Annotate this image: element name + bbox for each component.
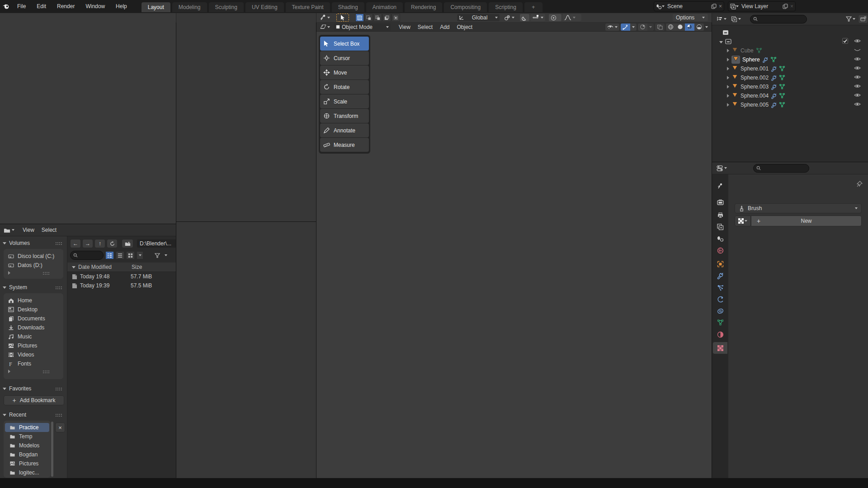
transform-orientation-dropdown[interactable]: Global <box>457 14 500 21</box>
back-button[interactable]: ← <box>70 239 81 248</box>
properties-tab-constraints[interactable] <box>713 305 727 317</box>
hide-toggle-eye-icon[interactable] <box>854 84 861 89</box>
expand-icon[interactable] <box>727 94 729 98</box>
pin-icon[interactable] <box>856 181 863 187</box>
scene-name[interactable]: Scene <box>667 3 711 9</box>
hide-toggle-eye-icon[interactable] <box>854 56 861 61</box>
image-editor-sculpt-large[interactable] <box>176 222 316 478</box>
menu-edit[interactable]: Edit <box>31 0 52 13</box>
proportional-editing-toggle[interactable] <box>549 14 561 21</box>
expand-icon[interactable] <box>727 76 729 80</box>
filter-settings-dropdown[interactable] <box>163 252 169 259</box>
add-workspace-button[interactable]: + <box>524 2 542 12</box>
brush-selector-dropdown[interactable]: Brush <box>735 203 862 213</box>
outliner-object-row[interactable]: Sphere.001 <box>712 64 868 73</box>
active-tool-selector[interactable] <box>320 14 330 21</box>
menu-file[interactable]: File <box>12 0 31 13</box>
up-button[interactable]: ↑ <box>94 239 105 248</box>
tab-modeling[interactable]: Modeling <box>172 2 207 12</box>
select-mode-subtract-button[interactable] <box>373 14 382 22</box>
volume-item[interactable]: Disco local (C:) <box>4 252 63 261</box>
snap-target-dropdown[interactable] <box>502 14 516 21</box>
file-search-input[interactable] <box>70 251 104 260</box>
viewport-scene-objects[interactable] <box>316 31 712 478</box>
system-item-downloads[interactable]: Downloads <box>4 323 63 332</box>
hide-toggle-eye-icon[interactable] <box>854 93 861 98</box>
view-layer-selector[interactable]: View Layer × <box>728 1 796 11</box>
system-item-pictures[interactable]: Pictures <box>4 341 63 350</box>
properties-tab-modifiers[interactable] <box>713 270 727 282</box>
image-editor-reference-grid[interactable] <box>0 13 176 224</box>
hide-toggle-closed-eye-icon[interactable] <box>854 47 861 52</box>
volumes-section-header[interactable]: Volumes <box>3 240 30 246</box>
remove-bookmark-button[interactable]: × <box>55 422 65 432</box>
outliner-display-mode-dropdown[interactable] <box>731 16 741 22</box>
gizmos-toggle[interactable] <box>621 23 630 31</box>
shading-material-preview-button[interactable] <box>685 23 694 31</box>
file-row[interactable]: Today 19:39 57.5 MiB <box>67 281 176 290</box>
filter-toggle-button[interactable] <box>153 252 161 259</box>
blender-logo-icon[interactable] <box>0 3 12 9</box>
expand-icon[interactable] <box>719 41 723 43</box>
unlink-scene-icon[interactable]: × <box>719 3 722 9</box>
new-view-layer-icon[interactable] <box>783 4 788 9</box>
overlays-dropdown[interactable] <box>647 23 654 31</box>
refresh-button[interactable] <box>107 239 118 248</box>
remove-view-layer-icon[interactable]: × <box>790 3 793 9</box>
menu-help[interactable]: Help <box>110 0 132 13</box>
hide-toggle-eye-icon[interactable] <box>854 38 861 43</box>
select-box-tool-button[interactable] <box>336 14 349 22</box>
outliner-scene-collection-row[interactable] <box>712 28 868 37</box>
system-section-header[interactable]: System <box>3 284 27 291</box>
properties-tab-view-layer[interactable] <box>713 221 727 233</box>
grip-handle[interactable] <box>42 370 50 373</box>
tab-animation[interactable]: Animation <box>366 2 403 12</box>
tab-scripting[interactable]: Scripting <box>489 2 523 12</box>
overlays-toggle[interactable] <box>638 23 647 31</box>
select-mode-extend-button[interactable] <box>364 14 373 22</box>
properties-search-input[interactable] <box>753 164 809 173</box>
outliner-filter-dropdown[interactable] <box>846 16 855 22</box>
shading-wireframe-button[interactable] <box>666 23 675 31</box>
select-mode-invert-button[interactable] <box>382 14 391 22</box>
select-menu[interactable]: Select <box>414 24 436 30</box>
new-collection-button[interactable] <box>858 14 868 23</box>
snap-toggle-button[interactable] <box>520 14 529 21</box>
properties-tab-physics[interactable] <box>713 293 727 305</box>
tab-rendering[interactable]: Rendering <box>405 2 442 12</box>
tab-shading[interactable]: Shading <box>332 2 364 12</box>
select-mode-new-button[interactable] <box>355 14 364 22</box>
expand-icon[interactable] <box>727 58 729 61</box>
collection-checkbox[interactable] <box>842 38 848 45</box>
file-row[interactable]: Today 19:48 57.7 MiB <box>67 272 176 281</box>
expand-icon[interactable] <box>727 49 729 52</box>
recent-item[interactable]: Pictures <box>5 459 49 468</box>
view-menu[interactable]: View <box>395 24 414 30</box>
outliner-object-row[interactable]: Sphere.005 <box>712 100 868 109</box>
object-menu[interactable]: Object <box>453 24 476 30</box>
outliner-object-row[interactable]: Sphere.002 <box>712 73 868 82</box>
select-mode-intersect-button[interactable] <box>392 14 400 22</box>
recent-scrollbar[interactable] <box>51 422 53 477</box>
create-directory-button[interactable] <box>122 239 133 248</box>
outliner-search-input[interactable] <box>750 15 807 23</box>
tab-sculpting[interactable]: Sculpting <box>209 2 244 12</box>
properties-tab-output[interactable] <box>713 209 727 221</box>
recent-item[interactable]: Temp <box>5 432 49 441</box>
object-visibility-dropdown[interactable] <box>605 23 619 31</box>
tab-uv-editing[interactable]: UV Editing <box>245 2 284 12</box>
image-editor-sculpt-column[interactable] <box>176 13 316 221</box>
menu-render[interactable]: Render <box>52 0 80 13</box>
mode-dropdown[interactable]: Object Mode <box>334 23 391 31</box>
expand-icon[interactable] <box>727 103 729 107</box>
gizmos-dropdown[interactable] <box>630 23 637 31</box>
hide-toggle-eye-icon[interactable] <box>854 66 861 70</box>
file-browser-editor-icon[interactable] <box>4 227 10 233</box>
properties-editor-selector[interactable] <box>717 165 727 171</box>
browse-texture-dropdown[interactable] <box>735 216 751 226</box>
grip-handle[interactable] <box>42 272 50 275</box>
recent-section-header[interactable]: Recent <box>3 412 26 418</box>
properties-tab-world[interactable] <box>713 244 727 256</box>
system-item-desktop[interactable]: Desktop <box>4 305 63 314</box>
display-thumbnails-button[interactable] <box>126 251 135 259</box>
